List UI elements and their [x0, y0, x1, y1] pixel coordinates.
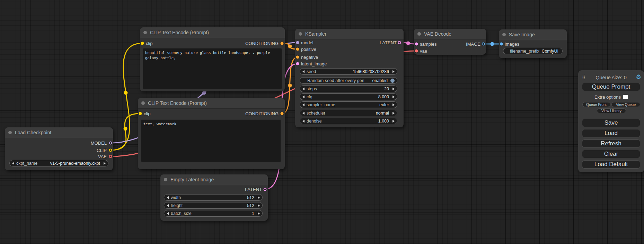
- node-ksampler[interactable]: KSampler model positive negative latent_…: [295, 29, 404, 127]
- ckpt-name-widget[interactable]: ckpt_name v1-5-pruned-emaonly.ckpt: [9, 160, 108, 166]
- scheduler-widget[interactable]: scheduler normal: [300, 110, 397, 116]
- model-output-port[interactable]: [109, 142, 112, 145]
- width-widget[interactable]: width 512: [164, 194, 263, 201]
- widget-label: batch_size: [171, 211, 192, 216]
- node-title-bar[interactable]: CLIP Text Encode (Prompt): [140, 27, 285, 38]
- node-title-bar[interactable]: VAE Decode: [414, 29, 486, 39]
- positive-input-port[interactable]: [296, 48, 299, 51]
- vae-input-port[interactable]: [415, 49, 418, 53]
- model-input-port[interactable]: [296, 41, 299, 44]
- comfyui-canvas[interactable]: { "colors": { "model": "#b39ddb", "clip"…: [0, 0, 644, 244]
- batch-size-widget[interactable]: batch_size 1: [164, 210, 263, 217]
- image-output-port[interactable]: [482, 43, 485, 46]
- decrement-arrow-icon[interactable]: [302, 88, 305, 90]
- conditioning-output-label: CONDITIONING: [245, 111, 279, 116]
- load-default-button[interactable]: Load Default: [582, 160, 640, 169]
- node-title-bar[interactable]: Save Image: [499, 29, 567, 40]
- widget-value: 20: [384, 87, 389, 91]
- decrement-arrow-icon[interactable]: [167, 212, 169, 215]
- increment-arrow-icon[interactable]: [104, 162, 106, 165]
- clip-output-port[interactable]: [109, 149, 112, 152]
- collapse-dot-icon[interactable]: [299, 32, 302, 36]
- node-title-bar[interactable]: Load Checkpoint: [5, 127, 113, 138]
- node-clip-text-encode-negative[interactable]: CLIP Text Encode (Prompt) clip CONDITION…: [138, 98, 285, 169]
- increment-arrow-icon[interactable]: [392, 103, 395, 106]
- node-title: CLIP Text Encode (Prompt): [148, 100, 207, 106]
- negative-input-port[interactable]: [296, 56, 299, 59]
- clip-input-port[interactable]: [141, 42, 144, 45]
- latent-output-port[interactable]: [398, 41, 401, 44]
- increment-arrow-icon[interactable]: [392, 88, 395, 90]
- collapse-dot-icon[interactable]: [164, 178, 167, 181]
- node-clip-text-encode-positive[interactable]: CLIP Text Encode (Prompt) clip CONDITION…: [140, 27, 285, 91]
- negative-input-label: negative: [301, 55, 318, 60]
- collapse-dot-icon[interactable]: [417, 32, 421, 36]
- vae-output-port[interactable]: [109, 155, 112, 158]
- node-save-image[interactable]: Save Image images filename_prefix ComfyU…: [499, 29, 567, 58]
- clear-button[interactable]: Clear: [582, 150, 640, 158]
- increment-arrow-icon[interactable]: [258, 204, 260, 207]
- increment-arrow-icon[interactable]: [258, 196, 260, 199]
- queue-front-button[interactable]: Queue Front: [582, 102, 610, 107]
- wire-clip-to-negative-prompt: [111, 114, 140, 150]
- toggle-dot-icon[interactable]: [390, 79, 395, 83]
- gear-icon[interactable]: ⚙: [636, 74, 641, 81]
- clip-input-port[interactable]: [139, 112, 142, 115]
- decrement-arrow-icon[interactable]: [302, 120, 305, 123]
- increment-arrow-icon[interactable]: [392, 112, 395, 115]
- decrement-arrow-icon[interactable]: [302, 112, 305, 115]
- refresh-button[interactable]: Refresh: [582, 139, 640, 148]
- conditioning-output-port[interactable]: [281, 42, 284, 45]
- node-title-bar[interactable]: Empty Latent Image: [160, 174, 268, 185]
- node-empty-latent-image[interactable]: Empty Latent Image LATENT width 512 heig…: [160, 174, 268, 221]
- prompt-textarea[interactable]: beautiful scenery nature glass bottle la…: [143, 48, 282, 89]
- node-title-bar[interactable]: CLIP Text Encode (Prompt): [138, 98, 285, 109]
- decrement-arrow-icon[interactable]: [302, 70, 305, 73]
- load-button[interactable]: Load: [582, 129, 640, 137]
- widget-label: seed: [307, 69, 316, 74]
- conditioning-output-port[interactable]: [281, 112, 284, 115]
- denoise-widget[interactable]: denoise 1.000: [300, 118, 397, 124]
- view-history-button[interactable]: View History: [597, 108, 626, 113]
- widget-value: 1: [252, 211, 254, 216]
- increment-arrow-icon[interactable]: [392, 120, 395, 123]
- decrement-arrow-icon[interactable]: [167, 196, 169, 199]
- decrement-arrow-icon[interactable]: [12, 162, 14, 165]
- latent-output-port[interactable]: [264, 188, 267, 191]
- collapse-dot-icon[interactable]: [141, 101, 145, 105]
- random-seed-toggle-widget[interactable]: Random seed after every gen enabled: [300, 77, 397, 84]
- increment-arrow-icon[interactable]: [392, 96, 395, 98]
- increment-arrow-icon[interactable]: [392, 70, 395, 73]
- filename-prefix-widget[interactable]: filename_prefix ComfyUI: [503, 48, 563, 54]
- collapse-dot-icon[interactable]: [8, 131, 12, 134]
- prompt-textarea[interactable]: text, watermark: [141, 119, 281, 162]
- node-vae-decode[interactable]: VAE Decode samples vae IMAGE: [414, 29, 486, 55]
- decrement-arrow-icon[interactable]: [302, 96, 305, 98]
- steps-widget[interactable]: steps 20: [300, 85, 397, 92]
- widget-value: euler: [379, 102, 389, 107]
- images-input-port[interactable]: [500, 43, 503, 46]
- widget-label: cfg: [307, 94, 312, 99]
- height-widget[interactable]: height 512: [164, 202, 263, 209]
- save-button[interactable]: Save: [582, 119, 640, 127]
- node-title-bar[interactable]: KSampler: [295, 29, 404, 39]
- cfg-widget[interactable]: cfg 8.000: [300, 93, 397, 100]
- queue-prompt-button[interactable]: Queue Prompt: [582, 83, 640, 91]
- widget-label: denoise: [307, 119, 322, 124]
- latent-output-label: LATENT: [245, 187, 262, 192]
- extra-options-checkbox[interactable]: [623, 95, 628, 99]
- seed-widget[interactable]: seed 156680208700286: [300, 68, 397, 75]
- collapse-dot-icon[interactable]: [143, 31, 147, 34]
- collapse-dot-icon[interactable]: [502, 33, 506, 36]
- node-load-checkpoint[interactable]: Load Checkpoint MODEL CLIP VAE ckpt_name…: [5, 127, 113, 170]
- widget-label: ckpt_name: [16, 161, 37, 166]
- view-queue-button[interactable]: View Queue: [611, 102, 640, 107]
- widget-value: normal: [376, 111, 389, 116]
- decrement-arrow-icon[interactable]: [302, 103, 305, 106]
- samples-input-port[interactable]: [415, 43, 418, 46]
- decrement-arrow-icon[interactable]: [167, 204, 169, 207]
- widget-label: width: [171, 195, 181, 200]
- increment-arrow-icon[interactable]: [258, 212, 260, 215]
- latent-image-input-port[interactable]: [296, 62, 299, 65]
- sampler-name-widget[interactable]: sampler_name euler: [300, 101, 397, 108]
